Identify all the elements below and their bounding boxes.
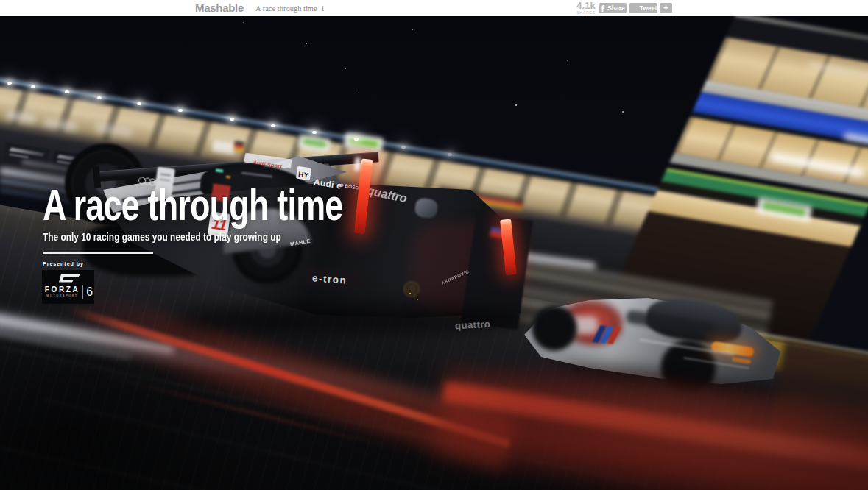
plus-icon: + <box>663 3 668 13</box>
page-title: A race through time <box>43 183 342 227</box>
hero-image: Audi Sport MAHLE 11 HY Audi e ⊖ BOSCH qu… <box>0 16 868 490</box>
roof-light <box>65 90 69 93</box>
star <box>243 22 244 23</box>
header-divider <box>247 4 247 13</box>
facebook-share-label: Share <box>607 4 625 12</box>
roof-light <box>271 124 275 127</box>
tweet-button[interactable]: Tweet <box>629 3 657 13</box>
title-rule <box>43 252 153 254</box>
sponsor-subname: MOTORSPORT <box>46 294 78 298</box>
header-page-indicator: 1 <box>321 0 325 16</box>
share-count-block: 4.1k SHARES <box>575 1 597 15</box>
forza-sponsor-logo[interactable]: FORZA MOTORSPORT 6 <box>42 270 94 304</box>
race-car-shadow <box>173 305 526 335</box>
velocity-top-bar: Mashable A race through time 1 4.1k SHAR… <box>0 0 868 17</box>
more-share-button[interactable]: + <box>660 3 672 13</box>
gt-car-front-wheel <box>532 305 577 351</box>
star <box>515 104 517 106</box>
roof-light <box>354 138 359 141</box>
sponsor-divider <box>82 285 83 299</box>
roof-light <box>230 118 234 121</box>
star <box>567 60 568 61</box>
header-article-title: A race through time <box>255 0 317 16</box>
twitter-icon <box>630 5 638 11</box>
roof-light <box>448 153 452 156</box>
share-count-label: SHARES <box>575 10 597 15</box>
roof-light <box>401 146 406 149</box>
roof-light <box>31 85 35 88</box>
roof-light <box>312 131 317 134</box>
mashable-logo[interactable]: Mashable <box>195 0 244 16</box>
facebook-share-button[interactable]: Share <box>599 3 627 13</box>
star <box>359 92 359 93</box>
facebook-icon <box>600 5 605 12</box>
roof-light <box>178 109 183 112</box>
spark <box>409 293 411 294</box>
exhaust-pipe <box>403 281 420 297</box>
hy-label: HY <box>298 170 309 180</box>
star <box>345 68 346 69</box>
sponsor-name: FORZA <box>45 286 80 294</box>
hy-decal: HY <box>296 166 311 180</box>
etron-label: e-tron <box>312 272 347 285</box>
sponsor-number: 6 <box>86 286 93 298</box>
spark <box>417 299 418 300</box>
roof-light <box>7 82 12 85</box>
forza-badge-icon <box>56 273 81 284</box>
tweet-label: Tweet <box>640 4 657 12</box>
presented-by-label: Presented by <box>43 261 84 266</box>
star <box>622 111 624 113</box>
light-halo <box>71 88 103 107</box>
star <box>306 43 307 44</box>
german-flag-blur <box>233 141 244 152</box>
share-count: 4.1k <box>575 1 597 10</box>
page-subtitle: The only 10 racing games you needed to p… <box>43 231 281 243</box>
dash-amber-glow <box>226 176 230 179</box>
roof-light <box>137 102 141 105</box>
star <box>412 29 413 30</box>
